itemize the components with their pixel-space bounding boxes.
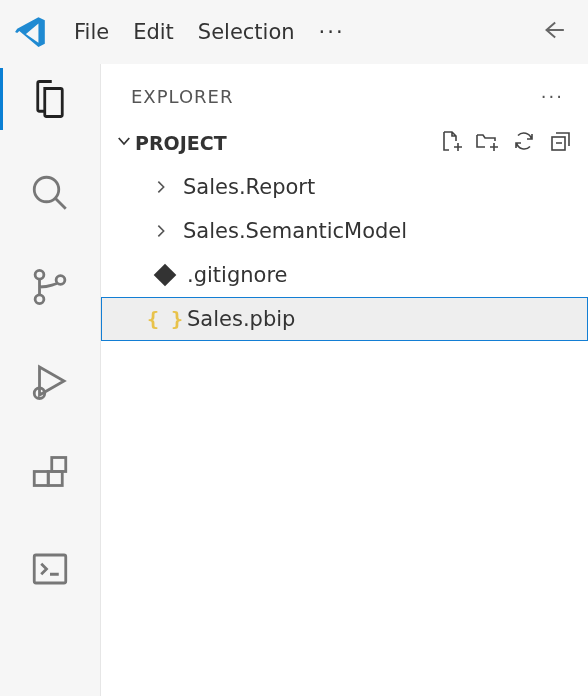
tree-folder[interactable]: Sales.SemanticModel <box>101 209 588 253</box>
tree-item-label: .gitignore <box>187 263 288 287</box>
file-tree: Sales.Report Sales.SemanticModel .gitign… <box>101 165 588 341</box>
tree-item-label: Sales.Report <box>183 175 315 199</box>
svg-rect-6 <box>48 472 62 486</box>
explorer-more-icon[interactable]: ··· <box>541 86 564 107</box>
tree-item-label: Sales.pbip <box>187 307 295 331</box>
svg-point-2 <box>35 295 44 304</box>
svg-rect-8 <box>34 555 66 583</box>
activity-source-control-icon[interactable] <box>0 266 100 308</box>
new-folder-icon[interactable] <box>476 129 500 157</box>
activity-run-debug-icon[interactable] <box>0 360 100 402</box>
svg-point-0 <box>34 177 59 202</box>
menu-bar: File Edit Selection ··· <box>74 20 345 44</box>
explorer-panel: EXPLORER ··· PROJECT <box>100 64 588 696</box>
project-title: PROJECT <box>135 132 227 154</box>
menu-edit[interactable]: Edit <box>133 20 174 44</box>
activity-bar <box>0 64 100 696</box>
title-bar: File Edit Selection ··· <box>0 0 588 64</box>
explorer-title: EXPLORER <box>131 86 234 107</box>
refresh-icon[interactable] <box>512 129 536 157</box>
tree-item-label: Sales.SemanticModel <box>183 219 407 243</box>
menu-overflow-icon[interactable]: ··· <box>319 20 345 44</box>
tree-file-selected[interactable]: { } Sales.pbip <box>101 297 588 341</box>
activity-search-icon[interactable] <box>0 172 100 214</box>
svg-rect-7 <box>52 458 66 472</box>
menu-file[interactable]: File <box>74 20 109 44</box>
activity-extensions-icon[interactable] <box>0 454 100 496</box>
chevron-down-icon <box>113 132 135 154</box>
svg-point-1 <box>35 270 44 279</box>
tree-folder[interactable]: Sales.Report <box>101 165 588 209</box>
gitignore-file-icon <box>153 267 177 283</box>
chevron-right-icon <box>153 175 173 200</box>
tree-file[interactable]: .gitignore <box>101 253 588 297</box>
collapse-all-icon[interactable] <box>548 129 572 157</box>
menu-selection[interactable]: Selection <box>198 20 295 44</box>
json-file-icon: { } <box>153 307 177 331</box>
back-arrow-icon[interactable] <box>540 17 588 48</box>
vscode-logo-icon <box>14 15 48 49</box>
new-file-icon[interactable] <box>440 129 464 157</box>
svg-rect-5 <box>34 472 48 486</box>
activity-explorer-icon[interactable] <box>0 78 100 120</box>
project-section-header[interactable]: PROJECT <box>101 117 588 165</box>
activity-terminal-icon[interactable] <box>0 548 100 590</box>
chevron-right-icon <box>153 219 173 244</box>
svg-point-3 <box>56 276 65 285</box>
